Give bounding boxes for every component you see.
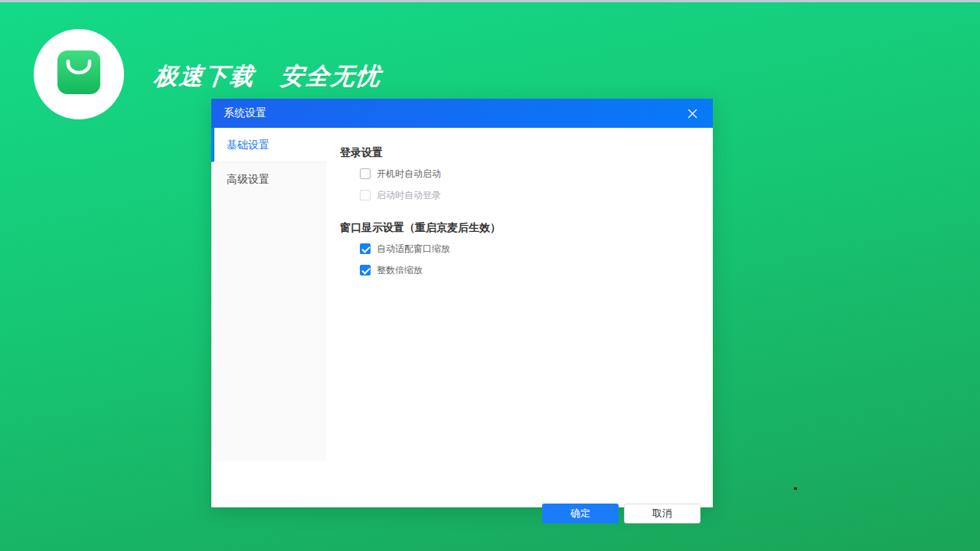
checkbox-label-autologin[interactable]: 启动时自动登录 [377, 189, 441, 202]
dialog-title: 系统设置 [224, 106, 266, 120]
dialog-body: 基础设置 高级设置 登录设置 开机时自动启动 启动时自动登录 窗口显示设置（重启… [211, 128, 713, 507]
dialog-titlebar[interactable]: 系统设置 [211, 99, 713, 128]
ok-button[interactable]: 确定 [542, 504, 619, 523]
checkbox-autologin[interactable] [360, 190, 371, 201]
settings-content: 登录设置 开机时自动启动 启动时自动登录 窗口显示设置（重启京麦后生效） 自动适… [326, 128, 713, 507]
cursor-dot [794, 487, 797, 490]
section-heading-window-display: 窗口显示设置（重启京麦后生效） [340, 220, 713, 235]
checkbox-label-autostart[interactable]: 开机时自动启动 [377, 168, 441, 181]
cancel-button[interactable]: 取消 [624, 504, 701, 523]
settings-sidebar: 基础设置 高级设置 [211, 128, 326, 461]
tab-advanced-settings[interactable]: 高级设置 [211, 162, 326, 197]
hero-tagline: 极速下载 安全无忧 [152, 60, 383, 93]
app-logo [34, 29, 124, 119]
checkbox-row-autostart[interactable]: 开机时自动启动 [360, 163, 713, 184]
section-heading-login: 登录设置 [340, 145, 713, 160]
system-settings-dialog: 系统设置 基础设置 高级设置 登录设置 开机时自动启动 启动时自动登录 窗口显示… [211, 99, 713, 507]
checkbox-label-auto-scale[interactable]: 自动适配窗口缩放 [377, 243, 450, 256]
tab-basic-settings[interactable]: 基础设置 [211, 128, 326, 162]
close-icon[interactable] [678, 99, 707, 128]
checkbox-integer-scale[interactable] [360, 265, 371, 276]
checkbox-label-integer-scale[interactable]: 整数倍缩放 [377, 264, 423, 277]
checkbox-row-auto-scale[interactable]: 自动适配窗口缩放 [360, 238, 713, 259]
desktop-top-strip [0, 0, 980, 2]
checkbox-row-autologin[interactable]: 启动时自动登录 [360, 184, 713, 206]
checkbox-row-integer-scale[interactable]: 整数倍缩放 [360, 259, 713, 281]
checkbox-autostart[interactable] [360, 168, 371, 179]
bag-handle-icon [66, 59, 92, 76]
shopping-bag-icon [57, 51, 100, 94]
checkbox-auto-scale[interactable] [360, 243, 371, 254]
